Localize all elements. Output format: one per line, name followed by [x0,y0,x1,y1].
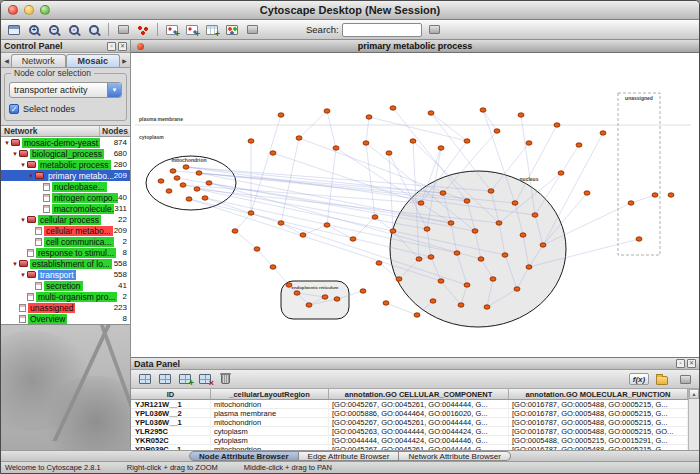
network-node[interactable] [628,201,634,205]
network-node[interactable] [232,229,238,233]
network-node[interactable] [526,141,532,145]
network-node[interactable] [554,123,560,127]
network-node[interactable] [514,287,520,291]
tab-edge-attribute-browser[interactable]: Edge Attribute Browser [299,451,400,461]
network-node[interactable] [296,136,302,140]
network-node[interactable] [472,229,478,233]
network-node[interactable] [520,233,526,237]
column-header[interactable]: annotation.GO CELLULAR_COMPONENT [329,389,509,399]
network-node[interactable] [158,179,164,183]
network-node[interactable] [480,108,486,112]
network-node[interactable] [600,131,606,135]
network-node[interactable] [372,215,378,219]
network-edge[interactable] [251,115,281,213]
network-node[interactable] [390,229,396,233]
network-node[interactable] [428,111,434,115]
network-node[interactable] [518,113,524,117]
tree-header-nodes[interactable]: Nodes [100,126,130,136]
vizmapper-icon[interactable] [222,21,242,39]
select-nodes-checkbox[interactable]: ✓ [9,104,19,114]
network-node[interactable] [464,283,470,287]
network-edge[interactable] [273,267,289,285]
expander-icon[interactable]: ▼ [3,140,11,146]
network-node[interactable] [526,265,532,269]
network-node[interactable] [174,176,180,180]
table-scrollbar[interactable]: ▲ [688,389,699,450]
control-panel-close-icon[interactable]: ✕ [118,42,127,51]
network-node[interactable] [270,151,276,155]
network-node[interactable] [636,237,642,241]
network-node[interactable] [478,257,484,261]
zoom-out-icon[interactable]: − [44,21,64,39]
network-node[interactable] [248,139,254,143]
tree-row[interactable]: ▼biological_process680 [1,148,130,159]
network-edge[interactable] [235,231,257,249]
expander-icon[interactable]: ▼ [27,173,35,179]
network-overview-icon[interactable] [133,21,153,39]
network-node[interactable] [438,146,444,150]
console-window-icon[interactable] [4,21,24,39]
expander-icon[interactable]: ▼ [11,261,19,267]
network-node[interactable] [490,277,496,281]
network-node[interactable] [576,143,582,147]
snapshot-icon[interactable] [113,21,133,39]
import-attributes-icon[interactable] [675,370,695,388]
window-close-button[interactable] [8,5,18,15]
network-edge[interactable] [299,111,327,138]
network-edge[interactable] [543,133,603,245]
column-header[interactable]: annotation.GO MOLECULAR_FUNCTION [509,389,688,399]
network-node[interactable] [294,291,300,295]
tree-row[interactable]: ▼primary metabo...209 [1,170,130,181]
window-zoom-button[interactable] [40,5,50,15]
network-node[interactable] [396,277,402,281]
tab-node-attribute-browser[interactable]: Node Attribute Browser [189,451,299,461]
network-node[interactable] [206,181,212,185]
network-node[interactable] [502,253,508,257]
network-edge[interactable] [631,195,655,203]
zoom-fit-icon[interactable] [84,21,104,39]
tabs-scroll-left-icon[interactable]: ◀ [2,54,11,67]
tree-row[interactable]: nitrogen compo...40 [1,192,130,203]
network-edge[interactable] [235,213,251,231]
zoom-in-icon[interactable]: + [24,21,44,39]
network-node[interactable] [458,303,464,307]
tree-row[interactable]: Overview8 [1,313,130,324]
network-edge[interactable] [386,303,417,315]
network-view-titlebar[interactable]: primary metabolic process [131,40,699,53]
network-node[interactable] [558,171,564,175]
network-node[interactable] [414,313,420,317]
search-options-icon[interactable] [425,21,445,39]
window-minimize-button[interactable] [24,5,34,15]
network-edge[interactable] [281,223,303,235]
tree-row[interactable]: ▼cellular process22 [1,214,130,225]
network-node[interactable] [196,171,202,175]
tree-row[interactable]: nucleobase... [1,181,130,192]
attribute-dropdown[interactable]: transporter activity ▼ [9,82,122,98]
new-attribute-icon[interactable] [175,370,195,388]
network-node[interactable] [186,197,192,201]
network-node[interactable] [448,221,454,225]
plugin-manager-icon[interactable] [242,21,262,39]
expander-icon[interactable]: ▼ [11,151,19,157]
tabs-scroll-right-icon[interactable]: ▶ [120,54,129,67]
network-node[interactable] [334,297,340,301]
select-attributes-icon[interactable] [135,370,155,388]
network-node[interactable] [306,303,312,307]
overview-thumbnail[interactable] [1,324,130,450]
network-node[interactable] [270,265,276,269]
network-node[interactable] [386,151,392,155]
network-canvas[interactable]: plasma membranecytoplasmmitochondrionnuc… [131,53,699,357]
network-node[interactable] [170,169,176,173]
tree-row[interactable]: secretion41 [1,280,130,291]
tree-header-network[interactable]: Network [1,126,100,136]
open-attribute-file-icon[interactable] [652,370,672,388]
clear-table-icon[interactable] [215,370,235,388]
column-header[interactable]: ID [131,389,211,399]
tree-row[interactable]: macromolecule...311 [1,203,130,214]
search-input[interactable] [342,23,422,37]
network-edge[interactable] [366,117,369,143]
network-node[interactable] [464,139,470,143]
network-node[interactable] [424,227,430,231]
network-node[interactable] [350,237,356,241]
control-panel-float-icon[interactable]: ▫ [107,42,116,51]
